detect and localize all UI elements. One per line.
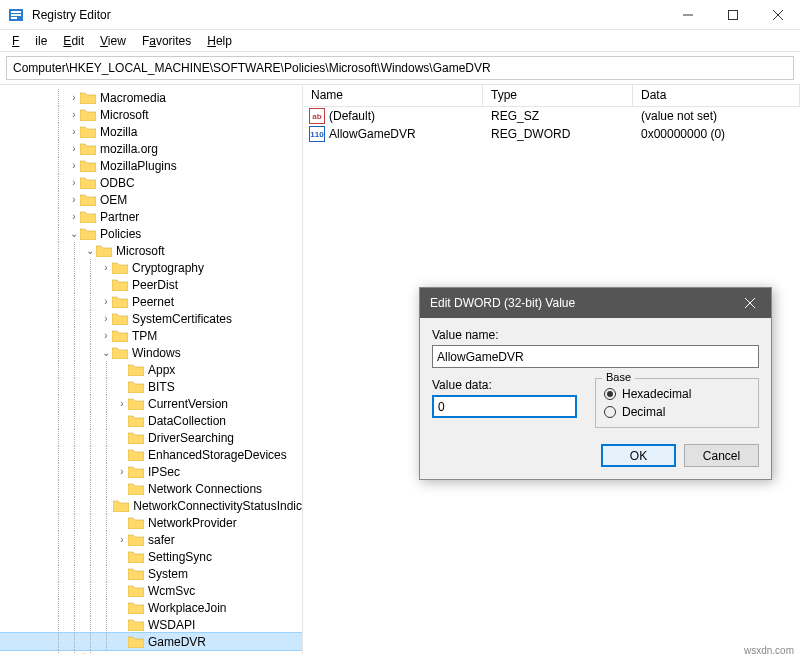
tree-item-gamedvr[interactable]: GameDVR [0,633,302,650]
value-name-input[interactable] [432,345,759,368]
tree-item-ipsec[interactable]: ›IPSec [0,463,302,480]
tree-item-networkconnectivitystatusindic[interactable]: NetworkConnectivityStatusIndic [0,497,302,514]
value-row[interactable]: 110AllowGameDVRREG_DWORD0x00000000 (0) [303,125,800,143]
close-button[interactable] [755,0,800,30]
menu-favorites[interactable]: Favorites [134,32,199,50]
folder-icon [128,482,144,495]
chevron-right-icon[interactable]: › [68,211,80,222]
chevron-down-icon[interactable]: ⌄ [68,228,80,239]
chevron-down-icon[interactable]: ⌄ [84,245,96,256]
dialog-title: Edit DWORD (32-bit) Value [430,296,575,310]
maximize-button[interactable] [710,0,755,30]
tree-item-label: Network Connections [148,482,262,496]
tree-item-networkprovider[interactable]: NetworkProvider [0,514,302,531]
menu-view[interactable]: View [92,32,134,50]
tree-item-label: NetworkProvider [148,516,237,530]
tree-item-wsdapi[interactable]: WSDAPI [0,616,302,633]
value-data-input[interactable] [432,395,577,418]
tree-item-safer[interactable]: ›safer [0,531,302,548]
folder-icon [80,142,96,155]
radio-hexadecimal[interactable]: Hexadecimal [604,387,750,401]
tree-item-oem[interactable]: ›OEM [0,191,302,208]
radio-decimal[interactable]: Decimal [604,405,750,419]
folder-icon [128,380,144,393]
chevron-right-icon[interactable]: › [68,160,80,171]
cancel-button[interactable]: Cancel [684,444,759,467]
tree-item-label: TPM [132,329,157,343]
tree-item-network-connections[interactable]: Network Connections [0,480,302,497]
chevron-right-icon[interactable]: › [68,143,80,154]
tree-item-label: DataCollection [148,414,226,428]
tree-item-mozilla-org[interactable]: ›mozilla.org [0,140,302,157]
col-type[interactable]: Type [483,85,633,106]
tree-item-label: Mozilla [100,125,137,139]
menu-help[interactable]: Help [199,32,240,50]
app-icon [8,7,24,23]
tree-item-systemcertificates[interactable]: ›SystemCertificates [0,310,302,327]
chevron-right-icon[interactable]: › [100,330,112,341]
radio-icon [604,388,616,400]
folder-icon [112,278,128,291]
col-data[interactable]: Data [633,85,800,106]
chevron-down-icon[interactable]: ⌄ [100,347,112,358]
tree-item-partner[interactable]: ›Partner [0,208,302,225]
tree-item-enhancedstoragedevices[interactable]: EnhancedStorageDevices [0,446,302,463]
radio-dec-label: Decimal [622,405,665,419]
value-row[interactable]: ab(Default)REG_SZ(value not set) [303,107,800,125]
dialog-titlebar[interactable]: Edit DWORD (32-bit) Value [420,288,771,318]
chevron-right-icon[interactable]: › [116,398,128,409]
chevron-right-icon[interactable]: › [100,296,112,307]
chevron-right-icon[interactable]: › [68,194,80,205]
tree-item-peernet[interactable]: ›Peernet [0,293,302,310]
address-bar[interactable]: Computer\HKEY_LOCAL_MACHINE\SOFTWARE\Pol… [6,56,794,80]
tree-item-datacollection[interactable]: DataCollection [0,412,302,429]
tree-item-windows-advanced-threat-protection[interactable]: ›Windows Advanced Threat Protection [0,650,302,654]
tree-item-policies[interactable]: ⌄Policies [0,225,302,242]
tree-item-label: Macromedia [100,91,166,105]
folder-icon [128,567,144,580]
tree-panel[interactable]: ›Macromedia›Microsoft›Mozilla›mozilla.or… [0,85,303,654]
chevron-right-icon[interactable]: › [68,109,80,120]
chevron-right-icon[interactable]: › [100,313,112,324]
tree-item-tpm[interactable]: ›TPM [0,327,302,344]
tree-item-settingsync[interactable]: SettingSync [0,548,302,565]
tree-item-driversearching[interactable]: DriverSearching [0,429,302,446]
tree-item-microsoft[interactable]: ⌄Microsoft [0,242,302,259]
tree-item-bits[interactable]: BITS [0,378,302,395]
ok-button[interactable]: OK [601,444,676,467]
tree-item-mozillaplugins[interactable]: ›MozillaPlugins [0,157,302,174]
tree-item-microsoft[interactable]: ›Microsoft [0,106,302,123]
tree-item-wcmsvc[interactable]: WcmSvc [0,582,302,599]
tree-item-mozilla[interactable]: ›Mozilla [0,123,302,140]
value-type: REG_DWORD [483,127,633,141]
menu-file[interactable]: File [4,32,55,50]
chevron-right-icon[interactable]: › [68,126,80,137]
chevron-right-icon[interactable]: › [116,466,128,477]
tree-item-peerdist[interactable]: PeerDist [0,276,302,293]
chevron-right-icon[interactable]: › [116,534,128,545]
folder-icon [128,601,144,614]
folder-icon [112,329,128,342]
tree-item-label: Policies [100,227,141,241]
minimize-button[interactable] [665,0,710,30]
folder-icon [112,261,128,274]
tree-item-macromedia[interactable]: ›Macromedia [0,89,302,106]
value-name-label: Value name: [432,328,759,342]
col-name[interactable]: Name [303,85,483,106]
chevron-right-icon[interactable]: › [68,92,80,103]
folder-icon [128,363,144,376]
dialog-close-button[interactable] [739,295,761,311]
menu-edit[interactable]: Edit [55,32,92,50]
tree-item-appx[interactable]: Appx [0,361,302,378]
tree-item-windows[interactable]: ⌄Windows [0,344,302,361]
tree-item-cryptography[interactable]: ›Cryptography [0,259,302,276]
chevron-right-icon[interactable]: › [68,177,80,188]
tree-item-odbc[interactable]: ›ODBC [0,174,302,191]
tree-item-system[interactable]: System [0,565,302,582]
folder-icon [80,193,96,206]
tree-item-currentversion[interactable]: ›CurrentVersion [0,395,302,412]
value-data: (value not set) [633,109,800,123]
chevron-right-icon[interactable]: › [100,262,112,273]
tree-item-label: safer [148,533,175,547]
tree-item-workplacejoin[interactable]: WorkplaceJoin [0,599,302,616]
